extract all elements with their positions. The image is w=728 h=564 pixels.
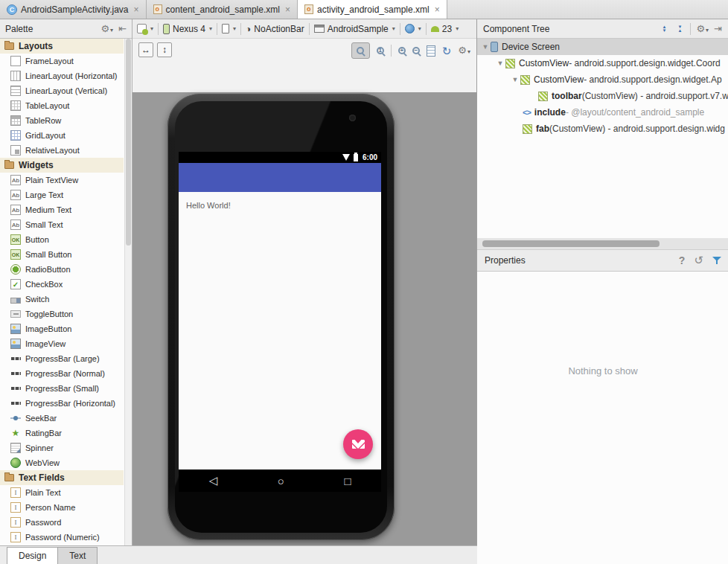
- palette-item[interactable]: Small Button: [0, 247, 124, 262]
- palette-item[interactable]: WebView: [0, 455, 124, 470]
- palette-textfields-items: Plain Text Person Name Password: [0, 485, 124, 545]
- palette-item[interactable]: Plain Text: [0, 485, 124, 500]
- gear-icon[interactable]: ⚙▾: [696, 23, 709, 34]
- orientation-selector[interactable]: ▾: [222, 24, 236, 33]
- palette-section-widgets[interactable]: Widgets: [0, 158, 124, 173]
- chevron-down-icon: ▾: [467, 48, 470, 55]
- palette-item[interactable]: Small Text: [0, 217, 124, 232]
- tab-design[interactable]: Design: [7, 547, 58, 564]
- palette-item[interactable]: Switch: [0, 292, 124, 307]
- palette-item-icon: [10, 56, 21, 66]
- tree-row-coordinatorlayout[interactable]: ▼ CustomView - android.support.design.wi…: [477, 55, 728, 71]
- palette-item[interactable]: ProgressBar (Small): [0, 381, 124, 396]
- palette-item-label: Large Text: [25, 190, 63, 199]
- xml-file-icon: [153, 4, 162, 14]
- palette-item[interactable]: ProgressBar (Horizontal): [0, 396, 124, 411]
- one-to-one-label: 1: [379, 48, 382, 54]
- tree-row-toolbar[interactable]: toolbar (CustomView) - android.support.v…: [477, 88, 728, 104]
- restore-defaults-icon[interactable]: ↺: [694, 254, 703, 267]
- dock-panel-icon[interactable]: ⇥: [714, 23, 722, 34]
- palette-item[interactable]: ImageView: [0, 336, 124, 351]
- palette-item[interactable]: SeekBar: [0, 411, 124, 426]
- actual-size-button[interactable]: 1: [377, 47, 384, 54]
- palette-scrollbar[interactable]: [124, 39, 132, 545]
- hello-world-text[interactable]: Hello World!: [186, 201, 231, 210]
- recents-icon[interactable]: □: [345, 475, 351, 487]
- close-icon[interactable]: ×: [134, 4, 139, 15]
- palette-item[interactable]: ToggleButton: [0, 307, 124, 321]
- palette-section-layouts[interactable]: Layouts: [0, 39, 124, 54]
- tab-text[interactable]: Text: [57, 547, 98, 564]
- close-icon[interactable]: ×: [435, 4, 440, 15]
- match-width-button[interactable]: ↔: [138, 42, 153, 57]
- palette-item[interactable]: Spinner: [0, 440, 124, 455]
- palette-item[interactable]: TableLayout: [0, 98, 124, 113]
- palette-item[interactable]: ImageButton: [0, 321, 124, 336]
- palette-item[interactable]: FrameLayout: [0, 54, 124, 68]
- palette-item[interactable]: CheckBox: [0, 277, 124, 292]
- tree-node-suffix: - @layout/content_android_sample: [566, 107, 704, 118]
- layout-content[interactable]: Hello World!: [179, 192, 381, 470]
- rendered-layout[interactable]: 6:00 Hello World! ◁ ○ □: [179, 152, 381, 492]
- palette-item[interactable]: ProgressBar (Normal): [0, 366, 124, 381]
- palette-item-label: Switch: [25, 295, 49, 304]
- theme-selector[interactable]: ◑ NoActionBar: [246, 24, 304, 34]
- app-bar[interactable]: [179, 163, 381, 192]
- palette-item[interactable]: Person Name: [0, 500, 124, 515]
- palette-item[interactable]: Password (Numeric): [0, 530, 124, 545]
- collapse-all-icon[interactable]: ▼▲: [674, 24, 685, 34]
- palette-item[interactable]: RadioButton: [0, 262, 124, 277]
- tree-row-include[interactable]: include - @layout/content_android_sample: [477, 104, 728, 121]
- api-level-selector[interactable]: 23 ▾: [431, 24, 459, 34]
- chevron-down-icon[interactable]: ▼: [510, 76, 520, 83]
- zoom-out-button[interactable]: −: [412, 47, 420, 54]
- palette-item[interactable]: RatingBar: [0, 426, 124, 440]
- tree-row-appbarlayout[interactable]: ▼ CustomView - android.support.design.wi…: [477, 71, 728, 88]
- refresh-icon[interactable]: ↻: [442, 45, 452, 57]
- back-icon[interactable]: ◁: [208, 474, 217, 487]
- filter-icon[interactable]: [712, 256, 721, 265]
- palette-item[interactable]: Button: [0, 232, 124, 247]
- palette-item[interactable]: Password: [0, 515, 124, 530]
- tree-horizontal-scrollbar[interactable]: [477, 238, 728, 249]
- palette-item[interactable]: LinearLayout (Vertical): [0, 83, 124, 98]
- tab-activity-android-sample-xml[interactable]: activity_android_sample.xml ×: [298, 0, 447, 19]
- tree-row-fab[interactable]: fab (CustomView) - android.support.desig…: [477, 121, 728, 137]
- match-height-button[interactable]: ↕: [157, 42, 172, 57]
- pan-zoom-button[interactable]: [351, 42, 370, 59]
- tab-androidsampleactivity-java[interactable]: C AndroidSampleActivity.java ×: [0, 0, 147, 19]
- help-icon[interactable]: ?: [679, 254, 686, 266]
- palette-item[interactable]: Plain TextView: [0, 173, 124, 188]
- palette-item[interactable]: LinearLayout (Horizontal): [0, 68, 124, 83]
- palette-section-text-fields[interactable]: Text Fields: [0, 470, 124, 485]
- chevron-down-icon[interactable]: ▼: [480, 43, 491, 51]
- activity-theme-selector[interactable]: AndroidSample ▾: [314, 24, 395, 34]
- palette-item[interactable]: Large Text: [0, 188, 124, 202]
- device-selector[interactable]: Nexus 4 ▾: [163, 24, 212, 34]
- scrollbar-thumb[interactable]: [126, 39, 131, 246]
- tab-content-android-sample-xml[interactable]: content_android_sample.xml ×: [147, 0, 298, 19]
- close-icon[interactable]: ×: [285, 4, 290, 15]
- locale-selector[interactable]: ▾: [405, 24, 421, 33]
- palette-item[interactable]: GridLayout: [0, 128, 124, 143]
- palette-item[interactable]: Medium Text: [0, 202, 124, 217]
- design-canvas[interactable]: 6:00 Hello World! ◁ ○ □: [132, 73, 476, 560]
- palette-item-icon: [10, 353, 21, 364]
- palette-item[interactable]: TableRow: [0, 113, 124, 128]
- settings-button[interactable]: ⚙▾: [458, 45, 470, 56]
- palette-item[interactable]: ProgressBar (Large): [0, 351, 124, 366]
- zoom-in-button[interactable]: +: [398, 47, 406, 54]
- render-target-button[interactable]: ▾: [137, 24, 153, 33]
- preview-document-button[interactable]: [427, 45, 435, 57]
- fab-button[interactable]: [343, 429, 373, 459]
- home-icon[interactable]: ○: [278, 475, 284, 487]
- hide-panel-icon[interactable]: ⇤: [118, 23, 127, 34]
- palette-item-label: Small Button: [25, 250, 71, 259]
- gear-icon[interactable]: ⚙▾: [100, 23, 113, 34]
- expand-all-icon[interactable]: ▲▼: [659, 24, 669, 34]
- scrollbar-thumb[interactable]: [482, 240, 660, 247]
- palette-item[interactable]: RelativeLayout: [0, 143, 124, 158]
- zoom-toolbar: ↔ ↕ 1 + − ↻ ⚙▾: [132, 39, 476, 73]
- tree-row-device-screen[interactable]: ▼ Device Screen: [477, 39, 728, 55]
- chevron-down-icon[interactable]: ▼: [495, 60, 505, 67]
